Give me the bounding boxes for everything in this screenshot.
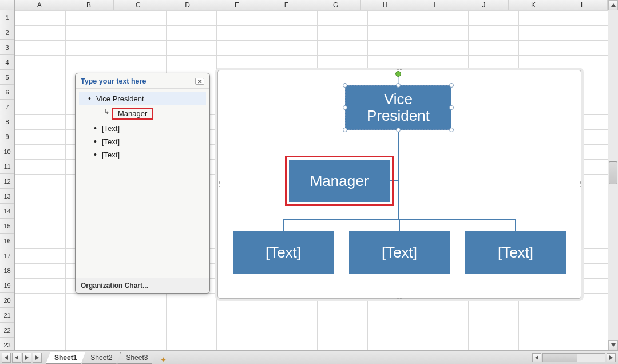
column-header[interactable]: C <box>114 0 163 10</box>
row-header[interactable]: 10 <box>0 144 14 159</box>
vertical-scrollbar[interactable] <box>608 0 618 350</box>
text-pane-body[interactable]: Vice PresidentManager[Text][Text][Text] <box>76 89 209 278</box>
row-header[interactable]: 14 <box>0 204 14 219</box>
column-header[interactable]: D <box>163 0 212 10</box>
canvas-handle-icon[interactable] <box>397 298 402 300</box>
row-header[interactable]: 1 <box>0 10 14 25</box>
resize-handle-icon[interactable] <box>343 128 347 132</box>
column-headers[interactable]: ABCDEFGHIJKL <box>15 0 608 10</box>
chevron-left-icon <box>15 355 18 360</box>
row-header[interactable]: 3 <box>0 40 14 55</box>
org-box-leaf[interactable]: [Text] <box>349 231 450 274</box>
resize-handle-icon[interactable] <box>449 128 454 132</box>
connector-line <box>399 219 400 232</box>
row-header[interactable]: 17 <box>0 248 14 263</box>
text-pane-item-label: [Text] <box>102 137 120 146</box>
smartart-text-pane[interactable]: Type your text here ✕ Vice PresidentMana… <box>75 73 210 294</box>
row-header[interactable]: 20 <box>0 293 14 308</box>
smartart-canvas[interactable]: Vice President Manager [Text] [Text] [Te… <box>217 70 581 299</box>
column-header[interactable]: J <box>459 0 509 10</box>
text-pane-item[interactable]: [Text] <box>79 122 206 135</box>
org-box-leaf[interactable]: [Text] <box>233 231 334 274</box>
tab-next-button[interactable] <box>22 353 31 363</box>
row-header[interactable]: 11 <box>0 159 14 174</box>
tab-first-button[interactable] <box>2 353 11 363</box>
row-header[interactable]: 21 <box>0 308 14 323</box>
row-header[interactable]: 15 <box>0 219 14 234</box>
row-header[interactable]: 18 <box>0 263 14 278</box>
resize-handle-icon[interactable] <box>449 105 454 110</box>
chevron-up-icon <box>611 3 616 7</box>
row-header[interactable]: 9 <box>0 129 14 144</box>
chevron-down-icon <box>611 343 616 347</box>
org-box-vice-president[interactable]: Vice President <box>345 85 451 130</box>
row-header[interactable]: 5 <box>0 70 14 85</box>
horizontal-scrollbar[interactable] <box>170 351 618 364</box>
scroll-track[interactable] <box>608 10 618 340</box>
row-header[interactable]: 16 <box>0 234 14 248</box>
text-pane-item-label: [Text] <box>102 151 120 159</box>
resize-handle-icon[interactable] <box>343 105 347 110</box>
column-header[interactable]: G <box>311 0 360 10</box>
close-icon[interactable]: ✕ <box>195 78 204 85</box>
scroll-down-button[interactable] <box>608 340 618 350</box>
org-box-manager[interactable]: Manager <box>289 160 390 202</box>
text-pane-item[interactable]: Vice President <box>79 92 206 105</box>
resize-handle-icon[interactable] <box>396 128 401 132</box>
rotation-handle-icon[interactable] <box>395 71 401 77</box>
resize-handle-icon[interactable] <box>449 83 454 88</box>
text-pane-footer[interactable]: Organization Chart... <box>76 278 209 293</box>
scroll-left-button[interactable] <box>532 353 541 362</box>
row-headers[interactable]: 1234567891011121314151617181920212223 <box>0 10 15 350</box>
org-box-leaf[interactable]: [Text] <box>465 231 566 274</box>
row-header[interactable]: 7 <box>0 100 14 114</box>
row-header[interactable]: 2 <box>0 25 14 40</box>
canvas-handle-icon[interactable] <box>217 181 220 187</box>
column-header[interactable]: B <box>64 0 113 10</box>
resize-handle-icon[interactable] <box>343 83 347 88</box>
tab-last-button[interactable] <box>33 353 42 363</box>
org-box-label: [Text] <box>498 244 533 262</box>
chevron-left-icon <box>535 355 538 360</box>
tab-sheet1[interactable]: Sheet1 <box>46 352 85 364</box>
tab-label: Sheet3 <box>126 354 148 362</box>
row-header[interactable]: 23 <box>0 338 14 350</box>
scroll-thumb[interactable] <box>609 161 617 184</box>
column-header[interactable]: H <box>360 0 410 10</box>
row-header[interactable]: 13 <box>0 189 14 204</box>
org-box-label: Vice President <box>367 91 430 124</box>
select-all-corner[interactable] <box>0 0 15 10</box>
connector-line <box>515 219 516 232</box>
column-header[interactable]: K <box>509 0 558 10</box>
sheet-tabs: Sheet1 Sheet2 Sheet3 ✦ <box>46 351 170 364</box>
column-header[interactable]: E <box>212 0 262 10</box>
chevron-right-icon <box>25 355 29 360</box>
tab-prev-button[interactable] <box>12 353 21 363</box>
scroll-thumb[interactable] <box>543 354 577 362</box>
scroll-up-button[interactable] <box>608 0 618 10</box>
column-header[interactable]: I <box>410 0 459 10</box>
column-header[interactable]: A <box>15 0 64 10</box>
row-header[interactable]: 12 <box>0 174 14 189</box>
row-header[interactable]: 6 <box>0 85 14 100</box>
chevron-first-icon <box>5 355 8 360</box>
scroll-track[interactable] <box>542 353 605 362</box>
column-header[interactable]: F <box>262 0 311 10</box>
column-header[interactable]: L <box>558 0 608 10</box>
worksheet-grid[interactable]: ABCDEFGHIJKL 123456789101112131415161718… <box>0 0 618 350</box>
row-header[interactable]: 4 <box>0 55 14 70</box>
new-sheet-button[interactable]: ✦ <box>156 355 170 364</box>
text-pane-item[interactable]: [Text] <box>79 135 206 148</box>
text-pane-item[interactable]: Manager <box>79 105 206 122</box>
tab-sheet2[interactable]: Sheet2 <box>82 352 121 364</box>
row-header[interactable]: 8 <box>0 114 14 129</box>
row-header[interactable]: 19 <box>0 278 14 293</box>
tab-sheet3[interactable]: Sheet3 <box>117 352 156 364</box>
text-pane-item[interactable]: [Text] <box>79 148 206 161</box>
tab-label: Sheet2 <box>90 354 112 362</box>
canvas-handle-icon[interactable] <box>579 181 581 187</box>
scroll-right-button[interactable] <box>607 353 616 362</box>
row-header[interactable]: 22 <box>0 323 14 338</box>
text-pane-header: Type your text here ✕ <box>76 73 209 89</box>
resize-handle-icon[interactable] <box>396 83 401 88</box>
